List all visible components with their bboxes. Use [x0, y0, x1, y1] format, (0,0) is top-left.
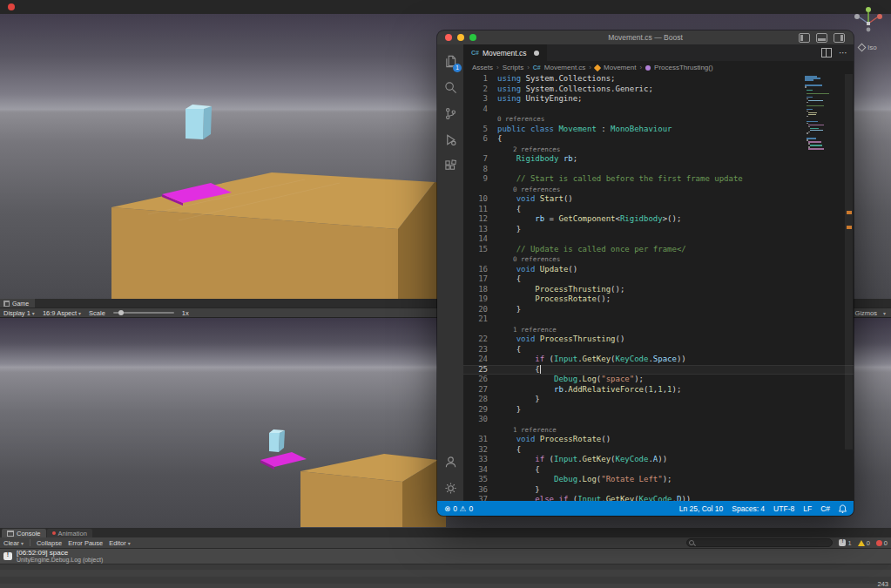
window-close-button[interactable] — [8, 3, 15, 10]
code-line[interactable]: 6{ — [463, 134, 854, 145]
code-line[interactable]: 27 rb.AddRelativeForce(1,1,1); — [463, 385, 854, 395]
code-line[interactable]: 2using System.Collections.Generic; — [463, 84, 854, 95]
code-line[interactable]: 17 { — [463, 274, 854, 285]
codelens-row[interactable]: 1 reference — [463, 425, 854, 436]
code-line[interactable]: 1using System.Collections; — [463, 74, 854, 84]
run-debug-icon[interactable] — [437, 126, 463, 152]
toggle-sidebar-icon[interactable] — [799, 33, 810, 43]
code-line[interactable]: 18 ProcessThrusting(); — [463, 285, 854, 295]
codelens-row[interactable]: 1 reference — [463, 325, 854, 335]
language-mode[interactable]: C# — [820, 504, 830, 513]
code-line[interactable]: 7 Rigidbody rb; — [463, 154, 854, 165]
code-line[interactable]: 26 Debug.Log("space"); — [463, 375, 854, 385]
code-line[interactable]: 31 void ProcessRotate() — [463, 435, 854, 445]
more-actions-icon[interactable]: ⋯ — [839, 48, 848, 57]
code-line[interactable]: 35 Debug.Log("Rotate Left"); — [463, 475, 854, 485]
tab-game[interactable]: Game — [0, 299, 35, 308]
minimap[interactable] — [805, 76, 841, 150]
editor-dropdown[interactable]: Editor▾ — [109, 539, 131, 547]
error-pause-button[interactable]: Error Pause — [68, 539, 103, 547]
maximize-button[interactable] — [469, 34, 476, 41]
code-line[interactable]: 20 } — [463, 305, 854, 315]
code-line[interactable]: 9 // Start is called before the first fr… — [463, 174, 854, 185]
codelens-row[interactable]: 0 references — [463, 185, 854, 195]
code-editor[interactable]: 1using System.Collections;2using System.… — [463, 74, 854, 501]
editor-scrollbar[interactable] — [843, 74, 854, 501]
breadcrumb-scripts[interactable]: Scripts — [503, 64, 523, 71]
code-line[interactable]: 12 rb = GetComponent<Rigidbody>(); — [463, 214, 854, 225]
code-line[interactable]: 36 } — [463, 485, 854, 496]
codelens-row[interactable]: 0 references — [463, 254, 854, 265]
log-entry[interactable]: [06:52:09] space UnityEngine.Debug.Log (… — [0, 549, 891, 564]
code-line[interactable]: 15 // Update is called once per frame</ — [463, 245, 854, 255]
scale-slider[interactable] — [113, 312, 174, 314]
code-line[interactable]: 34 { — [463, 465, 854, 476]
collapse-button[interactable]: Collapse — [37, 539, 62, 547]
code-line[interactable]: 22 void ProcessThrusting() — [463, 335, 854, 345]
code-line[interactable]: 32 { — [463, 445, 854, 456]
display-dropdown[interactable]: Display 1▾ — [3, 309, 35, 317]
info-count-toggle[interactable]: 1 — [839, 539, 851, 547]
scrollbar-thumb[interactable] — [845, 74, 853, 449]
breadcrumb-assets[interactable]: Assets — [472, 64, 493, 71]
code-line[interactable]: 30 — [463, 415, 854, 425]
console-log-area[interactable]: [06:52:09] space UnityEngine.Debug.Log (… — [0, 549, 891, 588]
account-icon[interactable] — [437, 449, 463, 475]
extensions-icon[interactable] — [437, 152, 463, 179]
notifications-bell-icon[interactable] — [839, 504, 847, 513]
encoding[interactable]: UTF-8 — [773, 504, 794, 513]
close-button[interactable] — [445, 34, 452, 41]
toggle-secondary-sidebar-icon[interactable] — [834, 33, 845, 43]
code-line[interactable]: 19 ProcessRotate(); — [463, 294, 854, 305]
breadcrumb-file[interactable]: Movement.cs — [544, 64, 586, 71]
code-line[interactable]: 28 } — [463, 395, 854, 405]
code-line[interactable]: 13 } — [463, 225, 854, 235]
code-line[interactable]: 23 { — [463, 345, 854, 355]
code-line[interactable]: 37 else if (Input.GetKey(KeyCode.D)) — [463, 495, 854, 501]
code-line[interactable]: 21 — [463, 314, 854, 325]
code-line[interactable]: 8 — [463, 165, 854, 175]
code-line[interactable]: 33 if (Input.GetKey(KeyCode.A)) — [463, 455, 854, 465]
code-line[interactable]: 3using UnityEngine; — [463, 94, 854, 105]
code-line[interactable]: 14 — [463, 234, 854, 245]
split-editor-icon[interactable] — [821, 48, 832, 57]
toggle-panel-icon[interactable] — [816, 33, 827, 43]
minimize-button[interactable] — [457, 34, 464, 41]
indentation[interactable]: Spaces: 4 — [732, 504, 765, 513]
explorer-icon[interactable]: 1 — [437, 48, 463, 74]
clear-button[interactable]: Clear▾ — [3, 539, 24, 547]
gizmo-projection-toggle[interactable]: Iso — [859, 44, 877, 51]
code-line[interactable]: 25 { — [463, 365, 854, 375]
vscode-titlebar[interactable]: Movement.cs — Boost — [437, 30, 854, 44]
aspect-dropdown[interactable]: 16:9 Aspect▾ — [43, 309, 81, 317]
codelens-row[interactable]: 0 references — [463, 114, 854, 125]
code-line[interactable]: 24 if (Input.GetKey(KeyCode.Space)) — [463, 355, 854, 365]
chevron-right-icon: › — [496, 64, 499, 71]
code-line[interactable]: 29 } — [463, 405, 854, 416]
warning-count-toggle[interactable]: 0 — [858, 539, 870, 547]
modified-dot-icon[interactable] — [534, 51, 539, 56]
console-icon — [7, 531, 14, 537]
breadcrumb-method[interactable]: ProcessThrusting() — [654, 64, 713, 71]
codelens-row[interactable]: 2 references — [463, 145, 854, 155]
cursor-position[interactable]: Ln 25, Col 10 — [679, 504, 724, 513]
eol[interactable]: LF — [803, 504, 812, 513]
error-count-toggle[interactable]: 0 — [876, 539, 888, 547]
tab-console[interactable]: Console — [2, 529, 46, 537]
code-line[interactable]: 10 void Start() — [463, 194, 854, 205]
tab-actions: ⋯ — [821, 44, 848, 61]
search-icon[interactable] — [437, 74, 463, 100]
code-line[interactable]: 11 { — [463, 205, 854, 215]
source-control-icon[interactable] — [437, 100, 463, 126]
code-line[interactable]: 16 void Update() — [463, 265, 854, 275]
gizmos-button[interactable]: Gizmos — [855, 309, 877, 317]
code-line[interactable]: 4 — [463, 105, 854, 115]
tab-movement-cs[interactable]: C# Movement.cs — [463, 44, 548, 61]
tab-animation[interactable]: Animation — [47, 529, 92, 537]
code-line[interactable]: 5public class Movement : MonoBehaviour — [463, 125, 854, 135]
settings-gear-icon[interactable] — [437, 475, 463, 501]
problems-indicator[interactable]: ⊗0 ⚠0 — [444, 504, 473, 513]
chevron-down-icon[interactable]: ▾ — [883, 310, 886, 316]
breadcrumb-class[interactable]: Movement — [604, 64, 636, 71]
console-search-input[interactable] — [686, 538, 833, 547]
